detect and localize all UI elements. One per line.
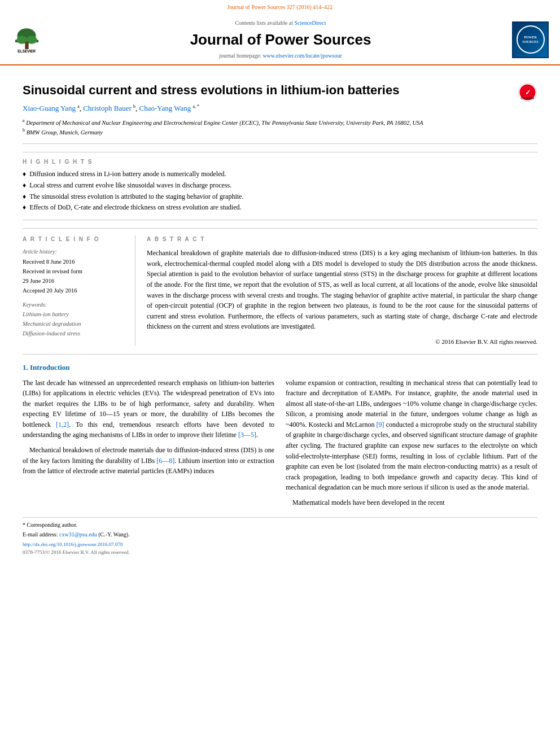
abstract-text: Mechanical breakdown of graphite materia… [147,248,537,332]
introduction-body: The last decade has witnessed an unprece… [23,378,537,513]
received-revised-date: Received in revised form29 June 2016 [23,267,126,286]
article-title: Sinusoidal current and stress evolutions… [23,82,512,99]
journal-logo-box: POWERSOURCES [512,21,549,58]
section-divider [23,354,537,355]
author-bauer[interactable]: Christoph Bauer [83,104,132,112]
svg-text:ELSEVIER: ELSEVIER [18,49,36,53]
affiliation-a: a Department of Mechanical and Nuclear E… [23,117,512,127]
header-right: POWERSOURCES [512,21,549,58]
issn-line: 0378-7753/© 2016 Elsevier B.V. All right… [23,549,537,556]
intro-para-1: The last decade has witnessed an unprece… [23,378,274,441]
crossmark: ✓ CrossMark [518,82,537,105]
abstract-label: A B S T R A C T [147,235,537,243]
homepage-line: journal homepage: www.elsevier.com/locat… [49,52,512,60]
keywords-section: Keywords: Lithium-ion battery Mechanical… [23,301,126,338]
affiliations: a Department of Mechanical and Nuclear E… [23,117,512,137]
ref-3-5-link[interactable]: [3—5] [238,431,256,439]
intro-para-3: volume expansion or contraction, resulti… [286,378,537,493]
article-history-heading: Article history: [23,248,126,256]
affiliation-b: b BMW Group, Munich, Germany [23,127,512,137]
homepage-link[interactable]: www.elsevier.com/locate/jpowsour [262,53,342,59]
ref-6-8-link[interactable]: [6—8] [156,457,174,465]
intro-left-col: The last decade has witnessed an unprece… [23,378,274,513]
author-yang[interactable]: Xiao-Guang Yang [23,104,76,112]
bullet-4: ♦ [23,203,26,212]
introduction-heading: 1. Introduction [23,362,537,373]
intro-right-col: volume expansion or contraction, resulti… [286,378,537,513]
article-info-abstract: A R T I C L E I N F O Article history: R… [23,228,537,346]
keywords-heading: Keywords: [23,301,126,309]
author-wang[interactable]: Chao-Yang Wang [139,104,191,112]
copyright: © 2016 Elsevier B.V. All rights reserved… [147,338,537,346]
elsevier-logo: ELSEVIER [11,24,42,55]
keyword-1: Lithium-ion battery [23,311,126,319]
keyword-2: Mechanical degradation [23,320,126,329]
article-dates: Received 8 June 2016 Received in revised… [23,257,126,295]
journal-header: ELSEVIER Contents lists available at Sci… [0,14,560,65]
journal-logo-text: POWERSOURCES [522,35,538,45]
accepted-date: Accepted 20 July 2016 [23,286,126,296]
highlight-item-4: ♦ Effects of DoD, C-rate and electrode t… [23,203,537,212]
svg-rect-4 [25,42,28,49]
svg-text:CrossMark: CrossMark [520,97,535,100]
intro-para-4: Mathematical models have been developed … [286,497,537,508]
bullet-3: ♦ [23,192,26,202]
header-left: ELSEVIER [11,24,49,55]
highlights-list: ♦ Diffusion induced stress in Li-ion bat… [23,169,537,212]
highlights-label: H I G H L I G H T S [23,158,537,166]
elsevier-tree-icon: ELSEVIER [11,24,42,55]
sciencedirect-link[interactable]: ScienceDirect [294,20,326,26]
highlight-item-2: ♦ Local stress and current evolve like s… [23,181,537,190]
keyword-3: Diffusion-induced stress [23,330,126,338]
abstract-col: A B S T R A C T Mechanical breakdown of … [147,235,537,346]
bullet-2: ♦ [23,181,26,190]
authors: Xiao-Guang Yang a, Christoph Bauer b, Ch… [23,103,512,114]
main-content: Sinusoidal current and stress evolutions… [0,65,560,565]
sciencedirect-line: Contents lists available at ScienceDirec… [49,19,512,27]
corresponding-author: * Corresponding author. [23,521,537,529]
highlights-section: H I G H L I G H T S ♦ Diffusion induced … [23,152,537,220]
footnote-area: * Corresponding author. E-mail address: … [23,517,537,556]
crossmark-icon: ✓ CrossMark [518,82,537,102]
journal-reference: Journal of Power Sources 327 (2016) 414–… [228,4,333,10]
introduction-section: 1. Introduction The last decade has witn… [23,362,537,512]
page: Journal of Power Sources 327 (2016) 414–… [0,0,560,565]
email-link[interactable]: cxw31@psu.edu [59,531,97,538]
intro-para-2: Mechanical breakdown of electrode materi… [23,445,274,477]
highlight-item-1: ♦ Diffusion induced stress in Li-ion bat… [23,169,537,179]
journal-title-header: Journal of Power Sources [49,29,512,50]
ref-9-link[interactable]: [9] [377,421,384,429]
email-line: E-mail address: cxw31@psu.edu (C.-Y. Wan… [23,531,537,539]
highlight-item-3: ♦ The sinusoidal stress evolution is att… [23,192,537,202]
article-info-col: A R T I C L E I N F O Article history: R… [23,235,135,346]
svg-text:✓: ✓ [525,89,531,97]
header-center: Contents lists available at ScienceDirec… [49,19,512,60]
journal-reference-bar: Journal of Power Sources 327 (2016) 414–… [0,0,560,14]
ref-1-2-link[interactable]: [1,2] [56,421,69,429]
article-info-label: A R T I C L E I N F O [23,235,126,243]
article-title-section: Sinusoidal current and stress evolutions… [23,75,537,144]
bullet-1: ♦ [23,169,26,179]
doi-link[interactable]: http://dx.doi.org/10.1016/j.jpowsour.201… [23,541,537,548]
journal-logo-inner: POWERSOURCES [517,25,545,54]
received-date: Received 8 June 2016 [23,257,126,267]
